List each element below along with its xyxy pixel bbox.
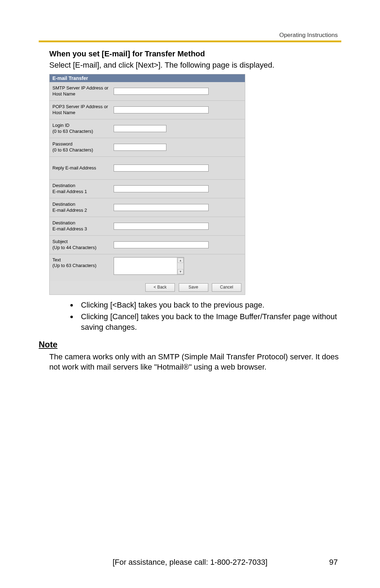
row-reply: Reply E-mail Address <box>50 157 245 180</box>
label-dest3: Destination E-mail Address 3 <box>52 220 112 232</box>
form-body: SMTP Server IP Address or Host Name POP3… <box>50 82 245 281</box>
input-dest3[interactable] <box>114 223 209 230</box>
note-heading: Note <box>39 340 341 349</box>
footer: [For assistance, please call: 1-800-272-… <box>0 558 380 567</box>
bullet-list: Clicking [<Back] takes you back to the p… <box>49 300 341 333</box>
bullet-2: Clicking [Cancel] takes you back to the … <box>77 311 341 332</box>
label-password: Password (0 to 63 Characters) <box>52 141 112 153</box>
input-smtp[interactable] <box>114 88 209 95</box>
save-button[interactable]: Save <box>179 283 208 292</box>
scroll-down-icon[interactable]: ▼ <box>178 269 183 274</box>
scrollbar[interactable]: ▲ ▼ <box>177 258 184 274</box>
row-smtp: SMTP Server IP Address or Host Name <box>50 82 245 101</box>
label-pop3: POP3 Server IP Address or Host Name <box>52 104 112 116</box>
input-dest1[interactable] <box>114 185 209 192</box>
intro-text: Select [E-mail], and click [Next>]. The … <box>49 60 341 70</box>
input-password[interactable] <box>114 144 166 151</box>
row-login: Login ID (0 to 63 Characters) <box>50 119 245 138</box>
page-number: 97 <box>329 558 338 567</box>
label-login: Login ID (0 to 63 Characters) <box>52 123 112 134</box>
note-text: The camera works only with an SMTP (Simp… <box>49 352 341 372</box>
input-dest2[interactable] <box>114 204 209 211</box>
email-transfer-form: E-mail Transfer SMTP Server IP Address o… <box>49 74 245 295</box>
header-section: Operating Instructions <box>279 32 338 39</box>
label-smtp: SMTP Server IP Address or Host Name <box>52 85 112 97</box>
row-pop3: POP3 Server IP Address or Host Name <box>50 101 245 119</box>
input-login[interactable] <box>114 125 166 132</box>
input-reply[interactable] <box>114 165 209 172</box>
form-heading: E-mail Transfer <box>50 74 245 82</box>
cancel-button[interactable]: Cancel <box>212 283 241 292</box>
button-bar: < Back Save Cancel <box>50 281 245 295</box>
header-rule <box>39 41 341 42</box>
page-title: When you set [E-mail] for Transfer Metho… <box>49 49 341 58</box>
row-subject: Subject (Up to 44 Characters) <box>50 236 245 254</box>
row-text: Text (Up to 63 Characters) ▲ ▼ <box>50 254 245 281</box>
row-dest1: Destination E-mail Address 1 <box>50 180 245 198</box>
input-subject[interactable] <box>114 241 209 248</box>
label-dest1: Destination E-mail Address 1 <box>52 183 112 194</box>
label-subject: Subject (Up to 44 Characters) <box>52 239 112 250</box>
label-dest2: Destination E-mail Address 2 <box>52 202 112 213</box>
row-dest2: Destination E-mail Address 2 <box>50 198 245 217</box>
back-button[interactable]: < Back <box>145 283 175 292</box>
bullet-1: Clicking [<Back] takes you back to the p… <box>77 300 341 310</box>
input-text[interactable]: ▲ ▼ <box>114 257 184 275</box>
input-pop3[interactable] <box>114 106 209 113</box>
row-password: Password (0 to 63 Characters) <box>50 138 245 157</box>
label-text: Text (Up to 63 Characters) <box>52 257 112 269</box>
footer-assist: [For assistance, please call: 1-800-272-… <box>113 558 267 567</box>
label-reply: Reply E-mail Address <box>52 165 112 171</box>
scroll-up-icon[interactable]: ▲ <box>178 258 183 263</box>
content: When you set [E-mail] for Transfer Metho… <box>49 49 341 372</box>
row-dest3: Destination E-mail Address 3 <box>50 217 245 236</box>
page: Operating Instructions When you set [E-m… <box>0 0 380 588</box>
